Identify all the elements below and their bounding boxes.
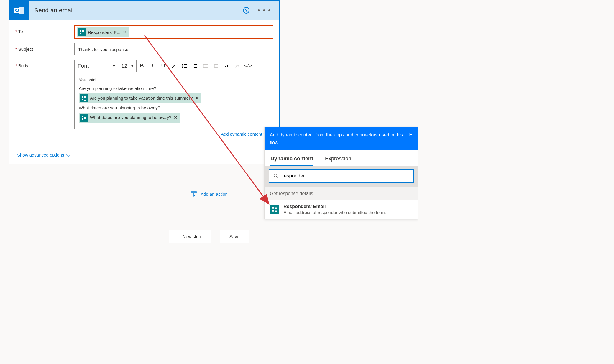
search-icon: [273, 173, 279, 179]
label-subject: *Subject: [15, 43, 74, 52]
to-token-label: Responders' E...: [88, 30, 120, 35]
svg-rect-21: [194, 67, 197, 68]
svg-rect-49: [275, 210, 277, 210]
add-dynamic-content-link[interactable]: Add dynamic content: [74, 129, 273, 136]
subject-input[interactable]: [74, 43, 273, 55]
dynamic-content-panel: Add dynamic content from the apps and co…: [264, 127, 418, 219]
svg-line-44: [277, 177, 278, 178]
numbered-list-button[interactable]: 123: [190, 60, 200, 72]
svg-rect-45: [272, 207, 274, 209]
show-advanced-options-link[interactable]: Show advanced options: [15, 141, 273, 157]
svg-rect-8: [82, 34, 84, 34]
svg-rect-29: [82, 96, 83, 98]
remove-token-icon[interactable]: ✕: [123, 29, 127, 35]
body-text: What dates are you planning to be away?: [79, 104, 269, 112]
remove-token-icon[interactable]: ✕: [195, 94, 199, 103]
svg-rect-5: [82, 31, 84, 32]
chevron-down-icon: [66, 152, 70, 156]
body-token-vacation[interactable]: Are you planning to take vacation time t…: [79, 93, 201, 103]
svg-rect-34: [84, 100, 86, 101]
svg-rect-23: [205, 66, 208, 66]
svg-rect-41: [191, 192, 196, 193]
svg-point-10: [182, 64, 183, 65]
svg-rect-30: [84, 96, 86, 97]
to-token-responders-email[interactable]: Responders' E... ✕: [77, 27, 129, 37]
dc-section-header: Get response details: [265, 187, 418, 200]
link-button[interactable]: [221, 60, 232, 72]
svg-rect-15: [184, 67, 187, 68]
add-action-icon: [191, 191, 197, 197]
svg-rect-26: [216, 66, 218, 66]
svg-rect-27: [214, 67, 218, 68]
code-view-button[interactable]: </>: [243, 60, 253, 72]
remove-token-icon[interactable]: ✕: [174, 113, 178, 122]
svg-rect-19: [194, 66, 197, 66]
bold-button[interactable]: B: [137, 60, 147, 72]
svg-rect-38: [82, 118, 83, 120]
svg-point-14: [182, 67, 183, 68]
bullet-list-button[interactable]: [179, 60, 190, 72]
font-selector[interactable]: Font▼: [75, 60, 119, 72]
svg-rect-4: [82, 30, 84, 31]
body-text: Are you planning to take vacation time?: [79, 84, 269, 93]
svg-rect-36: [84, 116, 86, 116]
color-button[interactable]: [168, 60, 179, 72]
forms-icon: [78, 28, 86, 36]
svg-rect-24: [203, 67, 208, 68]
svg-rect-11: [184, 64, 187, 65]
italic-button[interactable]: I: [147, 60, 158, 72]
indent-button[interactable]: [211, 60, 221, 72]
new-step-button[interactable]: + New step: [169, 230, 211, 243]
outdent-button[interactable]: [200, 60, 211, 72]
dc-item-title: Responders' Email: [283, 204, 386, 209]
svg-point-43: [274, 174, 277, 177]
underline-button[interactable]: U: [158, 60, 168, 72]
dc-hero-text: Add dynamic content from the apps and co…: [270, 131, 409, 146]
dc-search-box[interactable]: [269, 169, 414, 183]
tab-expression[interactable]: Expression: [325, 156, 351, 166]
outlook-icon: [9, 1, 29, 20]
svg-rect-17: [194, 64, 197, 65]
send-email-card: Send an email ? • • • *To Responders' E.…: [9, 0, 280, 164]
rich-text-toolbar: Font▼ 12▼ B I U 123: [75, 60, 273, 72]
svg-rect-50: [275, 211, 277, 212]
unlink-button[interactable]: [232, 60, 243, 72]
dc-search-input[interactable]: [282, 173, 409, 179]
svg-text:3: 3: [193, 67, 193, 68]
label-to: *To: [15, 25, 74, 34]
svg-rect-32: [82, 99, 83, 100]
dc-tabs: Dynamic content Expression: [265, 150, 418, 166]
forms-icon: [270, 205, 279, 214]
body-text: You said:: [79, 76, 269, 84]
body-token-dates[interactable]: What dates are you planning to be away? …: [79, 113, 180, 123]
card-title: Send an email: [29, 7, 243, 14]
label-body: *Body: [15, 60, 74, 68]
svg-rect-47: [275, 208, 277, 209]
forms-icon: [80, 114, 88, 122]
svg-point-12: [182, 65, 183, 66]
forms-icon: [80, 94, 88, 102]
svg-rect-37: [84, 117, 86, 118]
help-icon[interactable]: ?: [243, 7, 249, 14]
body-content[interactable]: You said: Are you planning to take vacat…: [75, 72, 273, 129]
svg-rect-6: [80, 33, 81, 34]
card-header[interactable]: Send an email ? • • •: [9, 1, 279, 20]
svg-rect-25: [214, 64, 218, 65]
dc-hero: Add dynamic content from the apps and co…: [265, 127, 418, 150]
svg-point-9: [172, 67, 173, 68]
font-size-selector[interactable]: 12▼: [119, 60, 137, 72]
tab-dynamic-content[interactable]: Dynamic content: [270, 156, 313, 166]
svg-rect-48: [272, 210, 274, 212]
save-button[interactable]: Save: [220, 230, 249, 243]
svg-rect-31: [84, 97, 86, 98]
svg-rect-40: [84, 120, 86, 120]
hide-link[interactable]: H: [409, 131, 413, 139]
svg-rect-39: [84, 118, 86, 119]
svg-rect-22: [203, 64, 208, 65]
body-editor: Font▼ 12▼ B I U 123: [74, 60, 273, 129]
to-field[interactable]: Responders' E... ✕: [74, 25, 273, 39]
svg-rect-7: [82, 33, 84, 33]
svg-rect-35: [82, 116, 83, 117]
svg-rect-3: [80, 30, 81, 32]
dc-item-responders-email[interactable]: Responders' Email Email address of respo…: [265, 200, 418, 219]
